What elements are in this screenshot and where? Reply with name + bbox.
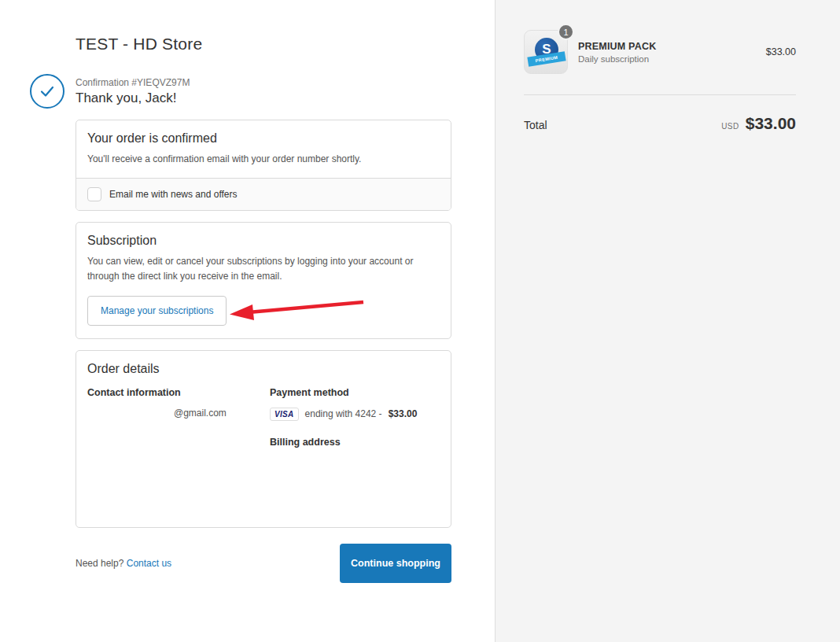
store-title: TEST - HD Store [76, 35, 451, 54]
total-label: Total [524, 119, 721, 131]
manage-subscriptions-button[interactable]: Manage your subscriptions [87, 296, 227, 326]
confirmation-number: Confirmation #YIEQVZ97M [76, 77, 190, 88]
confirmation-texts: Confirmation #YIEQVZ97M Thank you, Jack! [76, 77, 190, 106]
main-column: TEST - HD Store Confirmation #YIEQVZ97M … [0, 0, 495, 642]
summary-divider [524, 94, 796, 95]
need-help-label: Need help? [76, 558, 123, 569]
payment-amount: $33.00 [389, 408, 418, 419]
need-help-text: Need help? Contact us [76, 558, 171, 569]
payment-method-heading: Payment method [270, 387, 440, 398]
order-details-title: Order details [87, 362, 440, 376]
order-summary-sidebar: S PREMIUM 1 PREMIUM PACK Daily subscript… [495, 0, 840, 642]
order-confirmed-subtitle: You'll receive a confirmation email with… [87, 152, 440, 167]
subscription-card: Subscription You can view, edit or cance… [76, 222, 451, 338]
subscription-body: You can view, edit or cancel your subscr… [87, 254, 440, 284]
newsletter-checkbox[interactable] [87, 187, 101, 201]
total-row: Total USD $33.00 [524, 114, 796, 133]
total-amount: $33.00 [746, 114, 796, 133]
contact-us-link[interactable]: Contact us [127, 558, 171, 569]
payment-method-line: VISA ending with 4242 - $33.00 [270, 408, 440, 421]
quantity-badge: 1 [558, 24, 574, 40]
contact-column: Contact information @gmail.com [87, 387, 270, 448]
payment-column: Payment method VISA ending with 4242 - $… [270, 387, 440, 448]
order-confirmed-title: Your order is confirmed [87, 131, 440, 146]
newsletter-opt-in-row[interactable]: Email me with news and offers [76, 178, 451, 210]
newsletter-label[interactable]: Email me with news and offers [109, 189, 238, 200]
order-details-section: Order details Contact information @gmail… [76, 351, 451, 459]
confirmation-block: Confirmation #YIEQVZ97M Thank you, Jack! [76, 74, 451, 109]
total-currency: USD [721, 122, 739, 131]
continue-shopping-button[interactable]: Continue shopping [340, 544, 451, 583]
order-line-item: S PREMIUM 1 PREMIUM PACK Daily subscript… [524, 30, 796, 74]
contact-information-heading: Contact information [87, 387, 270, 398]
item-price: $33.00 [766, 46, 796, 57]
subscription-section: Subscription You can view, edit or cance… [76, 223, 451, 338]
order-confirmed-section: Your order is confirmed You'll receive a… [76, 120, 451, 178]
order-confirmed-check-icon [30, 74, 64, 109]
billing-address-heading: Billing address [270, 437, 440, 448]
product-thumbnail-wrap: S PREMIUM 1 [524, 30, 568, 74]
footer-row: Need help? Contact us Continue shopping [76, 544, 451, 583]
order-confirmed-card: Your order is confirmed You'll receive a… [76, 120, 451, 211]
order-details-card: Order details Contact information @gmail… [76, 350, 451, 528]
thank-you-heading: Thank you, Jack! [76, 90, 190, 106]
item-name: PREMIUM PACK [578, 41, 766, 52]
item-info: PREMIUM PACK Daily subscription [578, 41, 766, 64]
order-details-grid: Contact information @gmail.com Payment m… [87, 387, 440, 448]
premium-ribbon: PREMIUM [527, 51, 566, 66]
subscription-title: Subscription [87, 234, 440, 248]
item-variant: Daily subscription [578, 54, 766, 64]
visa-card-icon: VISA [270, 408, 299, 421]
page: TEST - HD Store Confirmation #YIEQVZ97M … [0, 0, 840, 642]
payment-text: ending with 4242 - [305, 408, 382, 419]
contact-email: @gmail.com [87, 408, 270, 419]
